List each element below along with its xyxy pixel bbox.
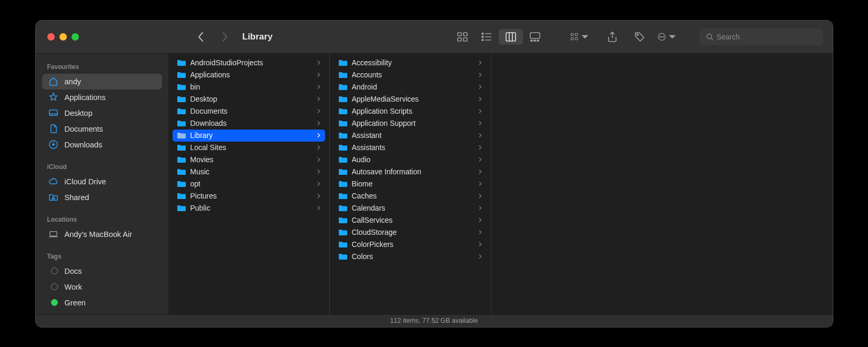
- folder-row[interactable]: CloudStorage: [334, 226, 487, 239]
- folder-row[interactable]: AndroidStudioProjects: [173, 57, 325, 69]
- sidebar-item[interactable]: iCloud Drive: [42, 174, 162, 190]
- folder-label: Calendars: [352, 204, 474, 212]
- nav-buttons: [196, 32, 230, 42]
- folder-label: Android: [352, 83, 474, 91]
- folder-row[interactable]: opt: [173, 178, 325, 190]
- folder-row[interactable]: Accounts: [334, 69, 487, 81]
- tag-icon: [634, 31, 645, 43]
- maximize-button[interactable]: [72, 33, 79, 41]
- gallery-icon: [530, 32, 540, 42]
- chevron-down-icon: [581, 31, 589, 43]
- back-button[interactable]: [196, 32, 206, 42]
- folder-label: CallServices: [352, 216, 474, 224]
- search-icon: [706, 33, 713, 41]
- list-view-button[interactable]: [475, 29, 499, 45]
- sidebar-item-label: Applications: [65, 93, 106, 102]
- folder-label: Caches: [352, 192, 474, 200]
- sidebar-item[interactable]: Documents: [42, 121, 162, 137]
- close-button[interactable]: [47, 33, 55, 41]
- sidebar-item[interactable]: Green: [42, 295, 162, 311]
- sidebar-section: LocationsAndy's MacBook Air: [42, 213, 162, 242]
- svg-point-26: [706, 34, 711, 38]
- folder-row[interactable]: Accessibility: [334, 57, 487, 69]
- svg-point-8: [482, 39, 483, 41]
- folder-label: Colors: [352, 252, 474, 261]
- folder-label: Application Scripts: [352, 107, 474, 115]
- sidebar-heading: Locations: [42, 213, 162, 226]
- tags-button[interactable]: [630, 29, 649, 45]
- svg-rect-0: [458, 33, 461, 36]
- folder-row[interactable]: Calendars: [334, 202, 487, 214]
- svg-rect-17: [571, 33, 573, 35]
- more-actions-button[interactable]: [658, 29, 677, 45]
- search-input[interactable]: [716, 33, 817, 41]
- folder-row[interactable]: Local Sites: [173, 142, 325, 154]
- folder-row[interactable]: Assistants: [334, 142, 487, 154]
- folder-row[interactable]: Downloads: [173, 117, 325, 130]
- column-spacer: [491, 54, 833, 314]
- svg-rect-15: [534, 40, 536, 42]
- folder-row[interactable]: Biome: [334, 178, 487, 190]
- folder-row[interactable]: ColorPickers: [334, 239, 487, 251]
- folder-label: ColorPickers: [352, 240, 474, 249]
- folder-label: Movies: [190, 155, 312, 164]
- folder-row[interactable]: Colors: [334, 251, 487, 263]
- folder-row[interactable]: Pictures: [173, 190, 325, 202]
- sidebar-item-label: iCloud Drive: [65, 177, 106, 186]
- folder-row[interactable]: bin: [173, 81, 325, 93]
- chevron-left-icon: [197, 32, 205, 42]
- folder-row[interactable]: Library: [173, 130, 325, 142]
- sidebar-item-label: Andy's MacBook Air: [65, 230, 133, 239]
- icon-view-button[interactable]: [450, 29, 475, 45]
- minimize-button[interactable]: [59, 33, 67, 41]
- folder-label: Biome: [352, 180, 474, 188]
- forward-button[interactable]: [219, 32, 230, 42]
- status-text: 112 items, 77.52 GB available: [390, 317, 478, 324]
- column[interactable]: AndroidStudioProjectsApplicationsbinDesk…: [168, 54, 330, 314]
- column[interactable]: AccessibilityAccountsAndroidAppleMediaSe…: [330, 54, 491, 314]
- gallery-view-button[interactable]: [523, 29, 547, 45]
- sidebar-item[interactable]: Docs: [42, 263, 162, 279]
- sidebar-item[interactable]: Andy's MacBook Air: [42, 226, 162, 242]
- folder-row[interactable]: Desktop: [173, 93, 325, 105]
- sidebar-item[interactable]: Work: [42, 279, 162, 295]
- folder-row[interactable]: Applications: [173, 69, 325, 81]
- folder-row[interactable]: Assistant: [334, 130, 487, 142]
- folder-row[interactable]: Audio: [334, 154, 487, 166]
- status-bar: 112 items, 77.52 GB available: [36, 314, 833, 327]
- folder-row[interactable]: Documents: [173, 105, 325, 117]
- folder-label: Applications: [190, 71, 312, 79]
- folder-row[interactable]: Public: [173, 202, 325, 214]
- svg-point-23: [660, 36, 660, 37]
- folder-label: opt: [190, 180, 312, 188]
- sidebar-section: TagsDocsWorkGreen: [42, 250, 162, 311]
- folder-row[interactable]: Movies: [173, 154, 325, 166]
- sidebar-item[interactable]: Downloads: [42, 137, 162, 153]
- folder-row[interactable]: CallServices: [334, 214, 487, 226]
- group-by-button[interactable]: [570, 29, 589, 45]
- sidebar: FavouritesandyApplicationsDesktopDocumen…: [36, 54, 168, 314]
- column-view-button[interactable]: [499, 29, 523, 45]
- titlebar: Library: [36, 21, 833, 54]
- sidebar-item[interactable]: Desktop: [42, 105, 162, 121]
- folder-row[interactable]: Application Scripts: [334, 105, 487, 117]
- folder-label: Documents: [190, 107, 312, 115]
- folder-row[interactable]: AppleMediaServices: [334, 93, 487, 105]
- folder-row[interactable]: Application Support: [334, 117, 487, 130]
- sidebar-heading: Favourites: [42, 60, 162, 74]
- sidebar-item[interactable]: Applications: [42, 90, 162, 105]
- desktop-icon: [48, 108, 59, 118]
- folder-label: Music: [190, 167, 312, 176]
- folder-row[interactable]: Android: [334, 81, 487, 93]
- sidebar-item[interactable]: andy: [42, 74, 162, 90]
- share-button[interactable]: [603, 29, 622, 45]
- folder-row[interactable]: Caches: [334, 190, 487, 202]
- svg-rect-18: [575, 33, 577, 35]
- folder-label: Local Sites: [190, 143, 312, 152]
- share-icon: [607, 31, 618, 43]
- sidebar-item[interactable]: Shared: [42, 190, 162, 205]
- sidebar-heading: iCloud: [42, 160, 162, 174]
- search-box[interactable]: [700, 28, 823, 45]
- folder-row[interactable]: Music: [173, 166, 325, 178]
- folder-row[interactable]: Autosave Information: [334, 166, 487, 178]
